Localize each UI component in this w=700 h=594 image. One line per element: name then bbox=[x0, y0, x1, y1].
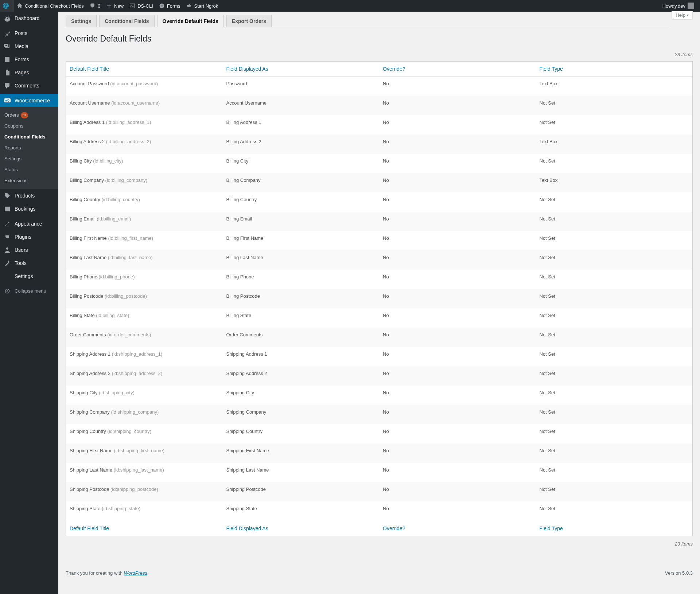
items-count-bottom: 23 items bbox=[675, 541, 693, 547]
table-row[interactable]: Billing Postcode (id:billing_postcode)Bi… bbox=[66, 289, 692, 308]
field-id: (id:shipping_state) bbox=[101, 506, 141, 511]
menu-tools[interactable]: Tools bbox=[0, 257, 58, 270]
table-row[interactable]: Shipping Country (id:shipping_country)Sh… bbox=[66, 424, 692, 443]
menu-pages[interactable]: Pages bbox=[0, 66, 58, 79]
menu-posts[interactable]: Posts bbox=[0, 27, 58, 40]
table-row[interactable]: Shipping Last Name (id:shipping_last_nam… bbox=[66, 463, 692, 482]
field-type: Not Set bbox=[536, 463, 693, 482]
collapse-menu[interactable]: Collapse menu bbox=[0, 285, 58, 298]
field-title: Billing Email bbox=[70, 216, 96, 222]
col-header-title[interactable]: Default Field Title bbox=[66, 62, 223, 77]
field-id: (id:account_username) bbox=[110, 100, 160, 106]
submenu-settings[interactable]: Settings bbox=[0, 153, 58, 164]
col-footer-override[interactable]: Override? bbox=[379, 521, 536, 536]
submenu-reports[interactable]: Reports bbox=[0, 142, 58, 153]
wrench-icon bbox=[4, 259, 11, 267]
ds-cli[interactable]: DS-CLI bbox=[127, 0, 156, 12]
start-ngrok[interactable]: Start Ngrok bbox=[183, 0, 221, 12]
submenu-conditional-fields[interactable]: Conditional Fields bbox=[0, 132, 58, 142]
howdy-prefix: Howdy, bbox=[662, 3, 678, 9]
menu-forms[interactable]: Forms bbox=[0, 53, 58, 66]
table-row[interactable]: Shipping Company (id:shipping_company)Sh… bbox=[66, 405, 692, 424]
ngrok-label: Start Ngrok bbox=[194, 3, 218, 9]
field-displayed: Shipping State bbox=[223, 501, 380, 521]
field-override: No bbox=[379, 424, 536, 443]
table-row[interactable]: Order Comments (id:order_comments)Order … bbox=[66, 328, 692, 347]
col-footer-title[interactable]: Default Field Title bbox=[66, 521, 223, 536]
menu-appearance[interactable]: Appearance bbox=[0, 217, 58, 230]
forms-link[interactable]: Forms bbox=[156, 0, 183, 12]
submenu-extensions[interactable]: Extensions bbox=[0, 175, 58, 186]
submenu-coupons[interactable]: Coupons bbox=[0, 121, 58, 132]
menu-products[interactable]: Products bbox=[0, 189, 58, 202]
table-row[interactable]: Account Password (id:account_password)Pa… bbox=[66, 77, 692, 96]
table-row[interactable]: Shipping First Name (id:shipping_first_n… bbox=[66, 443, 692, 463]
help-label: Help bbox=[676, 12, 685, 18]
field-title: Shipping Company bbox=[70, 409, 110, 415]
field-displayed: Order Comments bbox=[223, 328, 380, 347]
menu-plugins[interactable]: Plugins bbox=[0, 230, 58, 243]
table-row[interactable]: Billing Last Name (id:billing_last_name)… bbox=[66, 250, 692, 270]
wp-logo[interactable] bbox=[0, 0, 14, 12]
field-id: (id:order_comments) bbox=[106, 332, 151, 337]
table-row[interactable]: Account Username (id:account_username)Ac… bbox=[66, 96, 692, 115]
tab-override-default-fields[interactable]: Override Default Fields bbox=[157, 15, 224, 27]
menu-settings[interactable]: Settings bbox=[0, 270, 58, 283]
menu-users[interactable]: Users bbox=[0, 243, 58, 257]
submenu-orders[interactable]: Orders51 bbox=[0, 110, 58, 121]
submenu-extensions-label: Extensions bbox=[4, 177, 28, 184]
field-override: No bbox=[379, 405, 536, 424]
table-row[interactable]: Billing Country (id:billing_country)Bill… bbox=[66, 192, 692, 212]
field-override: No bbox=[379, 154, 536, 173]
submenu-reports-label: Reports bbox=[4, 145, 21, 151]
site-name[interactable]: Conditional Checkout Fields bbox=[14, 0, 87, 12]
field-type: Not Set bbox=[536, 115, 693, 134]
menu-bookings[interactable]: Bookings bbox=[0, 202, 58, 215]
woocommerce-submenu: Orders51 Coupons Conditional Fields Repo… bbox=[0, 107, 58, 189]
menu-products-label: Products bbox=[15, 192, 35, 199]
menu-forms-label: Forms bbox=[15, 56, 29, 63]
table-row[interactable]: Shipping City (id:shipping_city)Shipping… bbox=[66, 386, 692, 405]
col-header-type[interactable]: Field Type bbox=[536, 62, 693, 77]
table-row[interactable]: Shipping Postcode (id:shipping_postcode)… bbox=[66, 482, 692, 501]
table-row[interactable]: Shipping Address 2 (id:shipping_address_… bbox=[66, 366, 692, 386]
field-override: No bbox=[379, 308, 536, 328]
svg-point-2 bbox=[5, 289, 9, 293]
table-row[interactable]: Billing Address 2 (id:billing_address_2)… bbox=[66, 134, 692, 154]
submenu-status-label: Status bbox=[4, 167, 18, 173]
form-icon bbox=[4, 56, 11, 63]
table-row[interactable]: Billing Phone (id:billing_phone)Billing … bbox=[66, 270, 692, 289]
table-row[interactable]: Billing City (id:billing_city)Billing Ci… bbox=[66, 154, 692, 173]
field-type: Not Set bbox=[536, 386, 693, 405]
menu-comments[interactable]: Comments bbox=[0, 79, 58, 92]
table-row[interactable]: Shipping Address 1 (id:shipping_address_… bbox=[66, 347, 692, 366]
comments-link[interactable]: 0 bbox=[87, 0, 103, 12]
col-footer-displayed[interactable]: Field Displayed As bbox=[223, 521, 380, 536]
tab-export-orders[interactable]: Export Orders bbox=[226, 15, 272, 27]
field-title: Billing City bbox=[70, 158, 92, 164]
col-header-displayed[interactable]: Field Displayed As bbox=[223, 62, 380, 77]
tab-conditional-fields[interactable]: Conditional Fields bbox=[99, 15, 154, 27]
tab-settings[interactable]: Settings bbox=[66, 15, 97, 27]
my-account[interactable]: Howdy, dev bbox=[660, 0, 697, 12]
table-row[interactable]: Billing First Name (id:billing_first_nam… bbox=[66, 231, 692, 250]
table-row[interactable]: Billing Address 1 (id:billing_address_1)… bbox=[66, 115, 692, 134]
new-label: New bbox=[114, 3, 124, 9]
footer-thanks-prefix: Thank you for creating with bbox=[66, 570, 124, 576]
field-type: Not Set bbox=[536, 231, 693, 250]
footer-wordpress-link[interactable]: WordPress bbox=[124, 570, 147, 576]
menu-dashboard[interactable]: Dashboard bbox=[0, 12, 58, 25]
table-row[interactable]: Shipping State (id:shipping_state)Shippi… bbox=[66, 501, 692, 521]
submenu-status[interactable]: Status bbox=[0, 164, 58, 175]
menu-woocommerce[interactable]: WooCommerce bbox=[0, 94, 58, 107]
field-type: Not Set bbox=[536, 482, 693, 501]
col-header-override[interactable]: Override? bbox=[379, 62, 536, 77]
menu-comments-label: Comments bbox=[15, 82, 39, 89]
help-toggle[interactable]: Help bbox=[672, 11, 693, 20]
menu-media[interactable]: Media bbox=[0, 40, 58, 53]
new-content[interactable]: New bbox=[103, 0, 127, 12]
table-row[interactable]: Billing Company (id:billing_company)Bill… bbox=[66, 173, 692, 192]
col-footer-type[interactable]: Field Type bbox=[536, 521, 693, 536]
table-row[interactable]: Billing State (id:billing_state)Billing … bbox=[66, 308, 692, 328]
table-row[interactable]: Billing Email (id:billing_email)Billing … bbox=[66, 212, 692, 231]
